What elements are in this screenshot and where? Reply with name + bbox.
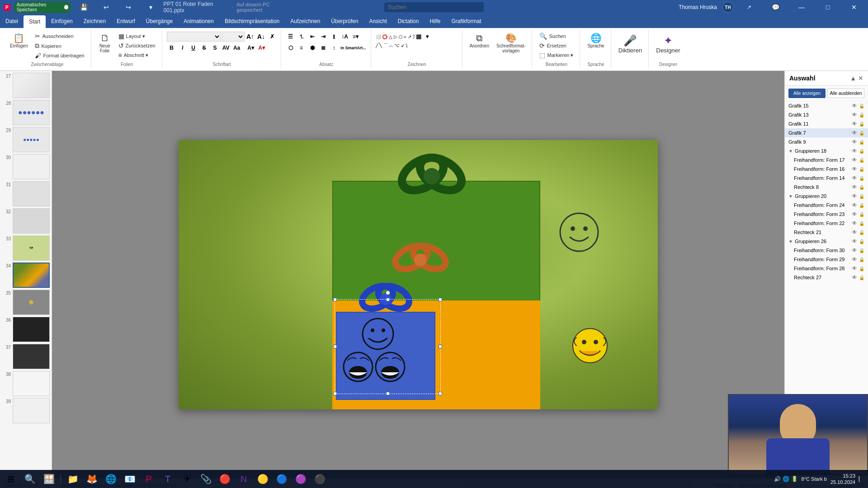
abschnitt-button[interactable]: ≡ Abschnitt ▾	[116, 51, 158, 60]
visibility-freihand17[interactable]: 👁	[852, 157, 857, 163]
lock-grafik9[interactable]: 🔒	[859, 140, 864, 145]
layout-button[interactable]: ▦ Layout ▾	[116, 32, 158, 41]
layer-freihand28[interactable]: Freihandform: Form 28 👁 🔒	[785, 264, 868, 273]
layer-freihand30[interactable]: Freihandform: Form 30 👁 🔒	[785, 246, 868, 255]
slide-thumb-30[interactable]: 30	[2, 154, 50, 179]
slide-thumb-35[interactable]: 35 😊	[2, 290, 50, 315]
lock-freihand28[interactable]: 🔒	[859, 266, 864, 271]
panel-collapse-button[interactable]: ▲	[850, 75, 856, 82]
layer-freihand17[interactable]: Freihandform: Form 17 👁 🔒	[785, 155, 868, 164]
neue-folie-button[interactable]: 🗋 NeueFolie	[96, 32, 114, 55]
layer-group-20[interactable]: ▼ Gruppieren 20 👁 🔒	[785, 192, 868, 201]
tab-animationen[interactable]: Animationen	[178, 14, 219, 28]
layer-group-26[interactable]: ▼ Gruppieren 26 👁 🔒	[785, 237, 868, 246]
layer-rechteck21[interactable]: Rechteck 21 👁 🔒	[785, 228, 868, 237]
layer-freihand16[interactable]: Freihandform: Form 16 👁 🔒	[785, 164, 868, 174]
tab-entwurf[interactable]: Entwurf	[111, 14, 141, 28]
clear-format-button[interactable]: ✗	[267, 32, 277, 42]
slide-thumb-28[interactable]: 28 ●●●●●●	[2, 100, 50, 125]
increase-font-button[interactable]: A↑	[245, 32, 255, 42]
minimize-button[interactable]: —	[791, 0, 812, 14]
layer-freihand24[interactable]: Freihandform: Form 24 👁 🔒	[785, 201, 868, 210]
text-align-button[interactable]: ≡▾	[351, 32, 361, 42]
suchen-button[interactable]: 🔍 Suchen	[537, 32, 576, 41]
tab-ueberpruefen[interactable]: Überprüfen	[326, 14, 363, 28]
show-desktop-button[interactable]: ▏	[859, 476, 863, 482]
lock-freihand24[interactable]: 🔒	[859, 203, 864, 208]
slide-thumb-33[interactable]: 33 🗺	[2, 235, 50, 261]
tab-zeichnen[interactable]: Zeichnen	[78, 14, 111, 28]
slide-thumb-29[interactable]: 29 ●●●●●	[2, 127, 50, 152]
font-size-select[interactable]	[222, 32, 245, 42]
layer-grafik15[interactable]: Grafik 15 👁 🔒	[785, 101, 868, 110]
tab-bildschirm[interactable]: Bildschirmpräsentation	[219, 14, 285, 28]
visibility-freihand16[interactable]: 👁	[852, 166, 857, 172]
anordnen-button[interactable]: ⧉ Anordnen	[467, 32, 492, 50]
spacing-button[interactable]: AV	[221, 43, 231, 53]
tab-hilfe[interactable]: Hilfe	[424, 14, 446, 28]
redo-button[interactable]: ↪	[119, 0, 137, 14]
tray-icon3[interactable]: 🔋	[791, 476, 798, 482]
share-button[interactable]: ↗	[739, 0, 760, 14]
taskbar-app11[interactable]: ⚫	[311, 471, 329, 487]
tab-uebergaenge[interactable]: Übergänge	[141, 14, 178, 28]
designer-button[interactable]: ✦ Designer	[653, 32, 683, 56]
decrease-font-button[interactable]: A↓	[256, 32, 266, 42]
lock-freihand23[interactable]: 🔒	[859, 212, 864, 217]
justify-button[interactable]: ≣	[318, 43, 328, 53]
highlight-button[interactable]: A▾	[246, 43, 256, 53]
canvas-area[interactable]	[52, 71, 784, 479]
lock-freihand16[interactable]: 🔒	[859, 167, 864, 172]
layer-grafik9[interactable]: Grafik 9 👁 🔒	[785, 137, 868, 146]
clock[interactable]: 15:23 25.10.2024	[830, 473, 855, 486]
taskbar-app6[interactable]: 🔴	[216, 471, 234, 487]
slide-canvas[interactable]	[179, 140, 658, 409]
lock-grafik11[interactable]: 🔒	[859, 122, 864, 127]
diktieren-button[interactable]: 🎤 Diktieren	[616, 32, 645, 56]
visibility-grafik9[interactable]: 👁	[852, 139, 857, 145]
show-all-button[interactable]: Alle anzeigen	[788, 89, 826, 98]
more-commands-button[interactable]: ▾	[141, 0, 160, 14]
taskbar-app5[interactable]: 📎	[197, 471, 215, 487]
tab-dictation[interactable]: Dictation	[392, 14, 425, 28]
layer-grafik7[interactable]: Grafik 7 👁 🔒	[785, 128, 868, 137]
more-shapes-button[interactable]: ▾	[422, 32, 432, 42]
lock-grafik15[interactable]: 🔒	[859, 103, 864, 108]
lock-freihand29[interactable]: 🔒	[859, 257, 864, 262]
tab-ansicht[interactable]: Ansicht	[363, 14, 392, 28]
align-left-button[interactable]: ⬡	[286, 43, 296, 53]
taskbar-app9[interactable]: 🔵	[273, 471, 291, 487]
hide-all-button[interactable]: Alle ausblenden	[827, 89, 864, 98]
lock-rechteck27[interactable]: 🔒	[859, 275, 864, 280]
ersetzen-button[interactable]: ⟳ Ersetzen	[537, 41, 576, 50]
lock-grafik7[interactable]: 🔒	[859, 131, 864, 136]
slide-thumb-37[interactable]: 37	[2, 344, 50, 369]
indent-more-button[interactable]: ⇥	[318, 32, 328, 42]
shadow-button[interactable]: S	[210, 43, 220, 53]
visibility-group26[interactable]: 👁	[852, 238, 857, 244]
taskbar-telegram[interactable]: ✈	[178, 471, 196, 487]
slide-thumb-32[interactable]: 32	[2, 208, 50, 234]
align-center-button[interactable]: ≡	[297, 43, 307, 53]
visibility-rechteck21[interactable]: 👁	[852, 229, 857, 235]
layer-grafik11[interactable]: Grafik 11 👁 🔒	[785, 119, 868, 128]
taskbar-firefox[interactable]: 🦊	[83, 471, 101, 487]
tab-aufzeichnen[interactable]: Aufzeichnen	[285, 14, 326, 28]
tab-grafikformat[interactable]: Grafikformat	[446, 14, 486, 28]
slide-thumb-27[interactable]: 27	[2, 73, 50, 98]
align-right-button[interactable]: ⬢	[307, 43, 317, 53]
taskbar-teams[interactable]: T	[159, 471, 177, 487]
lock-freihand30[interactable]: 🔒	[859, 248, 864, 253]
layer-rechteck8[interactable]: Rechteck 8 👁 🔒	[785, 183, 868, 192]
zuruecksetzen-button[interactable]: ↺ Zurücksetzen	[116, 41, 158, 50]
layer-group-18[interactable]: ▼ Gruppieren 18 👁 🔒	[785, 146, 868, 155]
slide-thumb-31[interactable]: 31	[2, 181, 50, 206]
visibility-rechteck27[interactable]: 👁	[852, 274, 857, 281]
line-spacing-button[interactable]: ↕	[329, 43, 339, 53]
taskbar-chrome[interactable]: 🌐	[102, 471, 120, 487]
lock-rechteck21[interactable]: 🔒	[859, 230, 864, 235]
taskbar-explorer[interactable]: 📁	[64, 471, 82, 487]
tab-datei[interactable]: Datei	[0, 14, 24, 28]
indent-less-button[interactable]: ⇤	[307, 32, 317, 42]
font-family-select[interactable]	[167, 32, 221, 42]
